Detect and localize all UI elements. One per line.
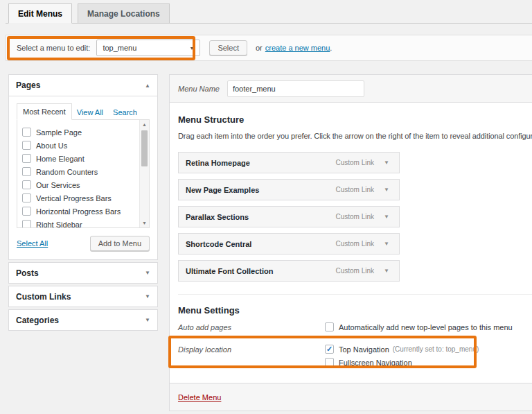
menu-select-value: top_menu — [103, 44, 136, 52]
checkbox[interactable]: ✓ — [325, 358, 334, 367]
pages-panel: Pages ▲ Most Recent View All Search ✓ Sa… — [8, 74, 158, 260]
location-top-navigation[interactable]: ✓ Top Navigation (Currently set to: top_… — [325, 345, 479, 354]
pages-panel-body: Most Recent View All Search ✓ Sample Pag… — [9, 96, 157, 259]
menu-item-type: Custom Link — [336, 159, 375, 166]
check-icon: ✓ — [326, 345, 332, 353]
checkbox[interactable]: ✓ — [325, 345, 334, 354]
tab-view-all[interactable]: View All — [72, 105, 108, 120]
scrollbar-thumb[interactable] — [141, 130, 148, 166]
pages-tabs: Most Recent View All Search — [17, 103, 150, 120]
display-location-label: Display location — [178, 345, 325, 371]
chevron-down-icon[interactable]: ▼ — [384, 268, 389, 274]
menu-item-title: Shortcode Central — [186, 240, 336, 248]
menu-item-title: Parallax Sections — [186, 213, 336, 221]
menu-settings-title: Menu Settings — [178, 305, 532, 316]
chevron-down-icon[interactable]: ▼ — [145, 293, 150, 300]
page-checkbox-row[interactable]: ✓ Horizontal Progress Bars — [22, 205, 134, 218]
checkbox[interactable]: ✓ — [22, 128, 31, 137]
menu-item-title: Ultimate Font Collection — [186, 267, 336, 275]
page-checkbox-row[interactable]: ✓ Right Sidebar — [22, 218, 134, 228]
menu-select-dropdown[interactable]: top_menu ▼ — [96, 40, 200, 56]
auto-add-pages-label: Auto add pages — [178, 322, 325, 336]
checkbox[interactable]: ✓ — [22, 154, 31, 163]
page-checkbox-row[interactable]: ✓ Random Counters — [22, 165, 134, 178]
page-checkbox-row[interactable]: ✓ Vertical Progress Bars — [22, 191, 134, 205]
page-item-label: Random Counters — [36, 168, 98, 176]
scroll-up-icon[interactable]: ▲ — [140, 122, 149, 127]
accordion-posts[interactable]: Posts ▼ — [8, 262, 158, 284]
menu-item-row[interactable]: Ultimate Font Collection Custom Link ▼ — [178, 260, 400, 282]
or-text: or — [256, 44, 263, 52]
page-item-label: About Us — [36, 141, 67, 150]
select-button[interactable]: Select — [209, 40, 247, 55]
menu-item-row[interactable]: Retina Homepage Custom Link ▼ — [178, 152, 400, 173]
page-checkbox-row[interactable]: ✓ Sample Page — [22, 126, 134, 139]
pages-panel-actions: Select All Add to Menu — [17, 236, 150, 251]
pages-panel-title: Pages — [16, 80, 40, 90]
page-checkbox-row[interactable]: ✓ Our Services — [22, 178, 134, 191]
page-item-label: Right Sidebar — [36, 221, 82, 229]
page-item-label: Home Elegant — [36, 155, 85, 163]
checkbox[interactable]: ✓ — [22, 220, 31, 228]
page-item-label: Horizontal Progress Bars — [36, 207, 121, 216]
checkbox[interactable]: ✓ — [325, 322, 334, 331]
menu-editor-panel: Menu Name Menu Structure Drag each item … — [169, 74, 532, 411]
checkbox[interactable]: ✓ — [22, 167, 31, 176]
accordion-posts-title: Posts — [16, 268, 39, 278]
page-checkbox-row[interactable]: ✓ About Us — [22, 139, 134, 152]
collapse-icon[interactable]: ▲ — [145, 83, 150, 89]
menu-item-type: Custom Link — [336, 213, 375, 221]
pages-checklist: ✓ Sample Page ✓ About Us ✓ Home Elegant … — [17, 119, 150, 228]
menu-name-header: Menu Name — [170, 75, 532, 103]
menu-editor-footer: Delete Menu — [170, 383, 532, 411]
menu-editor-body: Menu Structure Drag each item into the o… — [170, 103, 532, 379]
tab-most-recent[interactable]: Most Recent — [17, 103, 72, 120]
accordion-categories[interactable]: Categories ▼ — [8, 309, 158, 331]
accordion-custom-links[interactable]: Custom Links ▼ — [8, 286, 158, 307]
menu-item-row[interactable]: Parallax Sections Custom Link ▼ — [178, 206, 400, 227]
scrollbar[interactable]: ▲ ▼ — [139, 120, 149, 227]
chevron-down-icon[interactable]: ▼ — [145, 270, 150, 276]
checkbox[interactable]: ✓ — [22, 193, 31, 202]
checkbox[interactable]: ✓ — [22, 207, 31, 216]
auto-add-pages-option-label: Automatically add new top-level pages to… — [339, 323, 513, 331]
location-label: Fullscreen Navigation — [339, 359, 412, 367]
page-checkbox-row[interactable]: ✓ Home Elegant — [22, 152, 134, 165]
pages-panel-header[interactable]: Pages ▲ — [9, 75, 157, 96]
create-new-menu-link[interactable]: create a new menu — [265, 44, 330, 52]
auto-add-pages-option[interactable]: ✓ Automatically add new top-level pages … — [325, 322, 513, 331]
delete-menu-link[interactable]: Delete Menu — [178, 393, 221, 402]
menu-item-title: New Page Examples — [186, 186, 336, 194]
chevron-down-icon[interactable]: ▼ — [145, 317, 150, 323]
divider — [178, 294, 532, 295]
checkbox[interactable]: ✓ — [22, 180, 31, 189]
chevron-down-icon[interactable]: ▼ — [384, 214, 389, 220]
chevron-down-icon[interactable]: ▼ — [384, 159, 389, 166]
menu-item-title: Retina Homepage — [186, 159, 336, 167]
chevron-down-icon[interactable]: ▼ — [384, 187, 389, 193]
menu-structure-help: Drag each item into the order you prefer… — [178, 132, 532, 140]
add-to-menu-button[interactable]: Add to Menu — [90, 236, 150, 251]
scroll-down-icon[interactable]: ▼ — [140, 221, 149, 225]
auto-add-pages-row: Auto add pages ✓ Automatically add new t… — [178, 322, 532, 336]
menu-structure-title: Menu Structure — [178, 114, 532, 125]
accordion-categories-title: Categories — [16, 316, 59, 325]
chevron-down-icon[interactable]: ▼ — [384, 241, 389, 247]
menu-name-input[interactable] — [227, 80, 364, 97]
tab-manage-locations[interactable]: Manage Locations — [78, 3, 170, 24]
tab-edit-menus[interactable]: Edit Menus — [8, 3, 72, 24]
page-item-label: Sample Page — [36, 128, 82, 137]
accordion-custom-links-title: Custom Links — [16, 292, 71, 302]
menu-item-type: Custom Link — [336, 186, 375, 193]
menu-item-row[interactable]: New Page Examples Custom Link ▼ — [178, 179, 400, 200]
page-item-label: Our Services — [36, 181, 80, 189]
menu-item-type: Custom Link — [336, 240, 375, 248]
screen-tabs: Edit Menus Manage Locations — [6, 3, 532, 24]
location-fullscreen-navigation[interactable]: ✓ Fullscreen Navigation — [325, 358, 479, 367]
select-all-link[interactable]: Select All — [17, 239, 48, 248]
menu-name-label: Menu Name — [178, 85, 220, 93]
checkbox[interactable]: ✓ — [22, 141, 31, 150]
location-note: (Currently set to: top_menu) — [393, 345, 479, 353]
menu-item-row[interactable]: Shortcode Central Custom Link ▼ — [178, 233, 400, 255]
tab-search[interactable]: Search — [108, 105, 142, 120]
